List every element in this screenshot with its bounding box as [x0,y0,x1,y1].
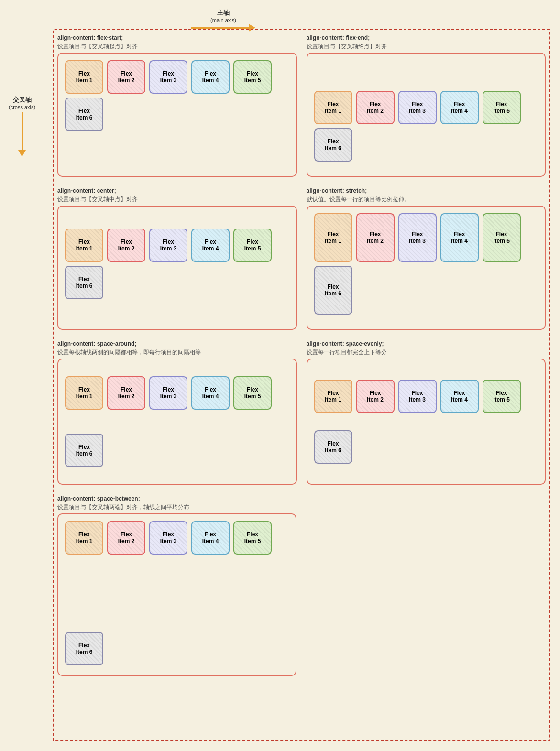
flex-item: FlexItem 4 [440,213,479,262]
space-around-desc: 设置每根轴线两侧的间隔都相等，即每行项目的间隔相等 [57,349,201,356]
flex-end-desc: 设置项目与【交叉轴终点】对齐 [307,43,387,50]
space-around-code: align-content: space-around; [57,340,136,347]
center-box: FlexItem 1 FlexItem 2 FlexItem 3 FlexIte… [57,206,297,330]
space-evenly-code: align-content: space-evenly; [307,340,384,347]
flex-item: FlexItem 3 [149,60,187,94]
flex-item: FlexItem 6 [65,98,103,131]
flex-item: FlexItem 3 [398,91,437,124]
cross-axis-label: 交叉轴 (cross axis) [9,96,35,157]
row-1: align-content: flex-start; 设置项目与【交叉轴起点】对… [57,33,546,177]
space-evenly-box: FlexItem 1 FlexItem 2 FlexItem 3 FlexIte… [307,359,546,485]
stretch-demo: FlexItem 1 FlexItem 2 FlexItem 3 FlexIte… [312,211,540,316]
cross-axis-text: 交叉轴 [13,96,32,104]
flex-item: FlexItem 5 [483,91,521,124]
flex-item: FlexItem 6 [65,434,103,467]
main-axis-text: 主轴 [217,9,230,17]
flex-start-demo: FlexItem 1 FlexItem 2 FlexItem 3 FlexIte… [63,58,291,163]
flex-item: FlexItem 5 [483,380,521,413]
flex-item: FlexItem 6 [65,632,103,665]
flex-item: FlexItem 4 [440,380,479,413]
section-space-evenly: align-content: space-evenly; 设置每一行项目都完全上… [307,339,546,485]
flex-item: FlexItem 5 [233,376,272,410]
cross-axis-arrow [18,112,26,157]
space-around-box: FlexItem 1 FlexItem 2 FlexItem 3 FlexIte… [57,359,297,485]
flex-item: FlexItem 6 [314,266,352,315]
flex-start-code: align-content: flex-start; [57,34,123,41]
flex-item: FlexItem 2 [356,213,395,262]
cross-axis-subtext: (cross axis) [9,104,35,110]
space-evenly-desc: 设置每一行项目都完全上下等分 [307,349,387,356]
flex-end-code: align-content: flex-end; [307,34,370,41]
flex-item: FlexItem 1 [65,60,103,94]
flex-start-desc: 设置项目与【交叉轴起点】对齐 [57,43,138,50]
flex-item: FlexItem 2 [356,91,395,124]
section-flex-start: align-content: flex-start; 设置项目与【交叉轴起点】对… [57,33,297,177]
section-space-evenly-title: align-content: space-evenly; 设置每一行项目都完全上… [307,339,546,357]
flex-item: FlexItem 5 [483,213,521,262]
stretch-code: align-content: stretch; [307,187,367,194]
main-axis-subtext: (main axis) [210,17,236,23]
flex-item: FlexItem 5 [233,60,272,94]
flex-item: FlexItem 2 [107,229,145,262]
flex-end-demo: FlexItem 1 FlexItem 2 FlexItem 3 FlexIte… [312,58,540,163]
flex-item: FlexItem 3 [149,376,187,410]
flex-item: FlexItem 4 [191,229,230,262]
main-axis-label: 主轴 (main axis) [191,9,255,32]
flex-item: FlexItem 6 [314,128,352,162]
row-2: align-content: center; 设置项目与【交叉轴中点】对齐 Fl… [57,186,546,330]
section-center: align-content: center; 设置项目与【交叉轴中点】对齐 Fl… [57,186,297,330]
section-space-around-title: align-content: space-around; 设置每根轴线两侧的间隔… [57,339,297,357]
flex-end-box: FlexItem 1 FlexItem 2 FlexItem 3 FlexIte… [307,53,546,177]
flex-item: FlexItem 1 [65,376,103,410]
space-between-desc: 设置项目与【交叉轴两端】对齐，轴线之间平均分布 [57,504,189,511]
center-demo: FlexItem 1 FlexItem 2 FlexItem 3 FlexIte… [63,211,291,316]
flex-item: FlexItem 1 [65,521,103,555]
flex-item: FlexItem 4 [440,91,479,124]
flex-item: FlexItem 1 [314,380,352,413]
space-between-code: align-content: space-between; [57,495,140,502]
space-around-demo: FlexItem 1 FlexItem 2 FlexItem 3 FlexIte… [63,364,291,479]
space-evenly-demo: FlexItem 1 FlexItem 2 FlexItem 3 FlexIte… [312,364,540,479]
flex-item: FlexItem 4 [191,60,230,94]
flex-item: FlexItem 3 [398,380,437,413]
flex-item: FlexItem 3 [149,229,187,262]
section-flex-start-title: align-content: flex-start; 设置项目与【交叉轴起点】对… [57,33,297,51]
center-desc: 设置项目与【交叉轴中点】对齐 [57,196,138,203]
flex-item: FlexItem 2 [107,376,145,410]
flex-item: FlexItem 3 [149,521,187,555]
section-stretch-title: align-content: stretch; 默认值。设置每一行的项目等比例拉… [307,186,546,204]
stretch-box: FlexItem 1 FlexItem 2 FlexItem 3 FlexIte… [307,206,546,330]
row-4: align-content: space-between; 设置项目与【交叉轴两… [57,494,546,676]
section-center-title: align-content: center; 设置项目与【交叉轴中点】对齐 [57,186,297,204]
content-area: align-content: flex-start; 设置项目与【交叉轴起点】对… [53,29,550,690]
row-3: align-content: space-around; 设置每根轴线两侧的间隔… [57,339,546,485]
flex-item: FlexItem 1 [314,91,352,124]
section-space-between-title: align-content: space-between; 设置项目与【交叉轴两… [57,494,296,512]
center-code: align-content: center; [57,187,116,194]
flex-item: FlexItem 1 [314,213,352,262]
flex-item: FlexItem 4 [191,376,230,410]
flex-item: FlexItem 2 [356,380,395,413]
space-between-demo: FlexItem 1 FlexItem 2 FlexItem 3 FlexIte… [63,519,291,667]
flex-item: FlexItem 3 [398,213,437,262]
flex-item: FlexItem 1 [65,229,103,262]
flex-item: FlexItem 2 [107,60,145,94]
flex-item: FlexItem 6 [314,430,352,464]
section-flex-end: align-content: flex-end; 设置项目与【交叉轴终点】对齐 … [307,33,546,177]
space-between-box: FlexItem 1 FlexItem 2 FlexItem 3 FlexIte… [57,513,296,676]
stretch-desc: 默认值。设置每一行的项目等比例拉伸。 [307,196,410,203]
flex-item: FlexItem 5 [233,521,272,555]
flex-start-box: FlexItem 1 FlexItem 2 FlexItem 3 FlexIte… [57,53,297,177]
section-flex-end-title: align-content: flex-end; 设置项目与【交叉轴终点】对齐 [307,33,546,51]
section-space-between: align-content: space-between; 设置项目与【交叉轴两… [57,494,296,676]
section-space-around: align-content: space-around; 设置每根轴线两侧的间隔… [57,339,297,485]
section-stretch: align-content: stretch; 默认值。设置每一行的项目等比例拉… [307,186,546,330]
flex-item: FlexItem 6 [65,266,103,299]
flex-item: FlexItem 4 [191,521,230,555]
flex-item: FlexItem 5 [233,229,272,262]
flex-item: FlexItem 2 [107,521,145,555]
